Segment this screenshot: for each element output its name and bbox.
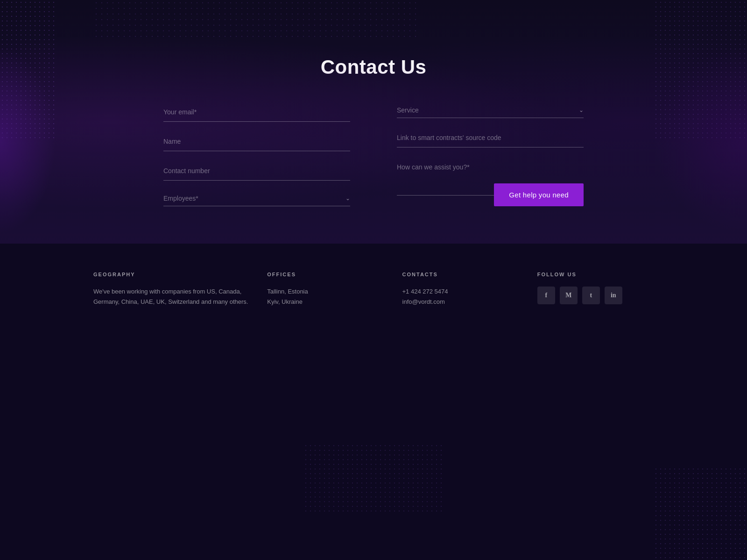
footer-geography: GEOGRAPHY We've been working with compan… [93, 272, 248, 307]
form-left-column: Employees* ⌄ [163, 106, 350, 206]
contact-email: info@vordt.com [402, 297, 519, 307]
dots-footer-br [654, 467, 747, 560]
social-icons-row: f M t in [537, 287, 654, 304]
phone-input[interactable] [163, 165, 350, 176]
email-input[interactable] [163, 106, 350, 118]
name-field[interactable] [163, 136, 350, 151]
form-right-column: Service ⌄ Get help you need [397, 106, 584, 206]
footer-contacts: CONTACTS +1 424 272 5474 info@vordt.com [402, 272, 519, 307]
service-label: Service [397, 106, 419, 114]
dots-footer-center [303, 443, 444, 513]
contact-form: Employees* ⌄ Service ⌄ Get help you need [163, 106, 584, 206]
employees-label: Employees* [163, 195, 198, 202]
dots-top-right [654, 0, 747, 140]
office-line2: Kyiv, Ukraine [267, 297, 383, 307]
facebook-icon[interactable]: f [537, 287, 555, 304]
chevron-down-icon: ⌄ [345, 195, 350, 202]
phone-field[interactable] [163, 165, 350, 181]
employees-dropdown[interactable]: Employees* ⌄ [163, 195, 350, 206]
linkedin-icon[interactable]: in [605, 287, 622, 304]
contacts-title: CONTACTS [402, 272, 519, 277]
email-field[interactable] [163, 106, 350, 122]
geography-text: We've been working with companies from U… [93, 287, 248, 307]
follow-title: FOLLOW US [537, 272, 654, 277]
footer-grid: GEOGRAPHY We've been working with compan… [93, 272, 654, 307]
service-dropdown[interactable]: Service ⌄ [397, 106, 584, 118]
chevron-down-icon-service: ⌄ [579, 107, 584, 113]
submit-button[interactable]: Get help you need [494, 183, 584, 206]
name-input[interactable] [163, 136, 350, 147]
source-code-field[interactable] [397, 132, 584, 147]
office-line1: Tallinn, Estonia [267, 287, 383, 297]
dots-top-center [93, 0, 420, 37]
page-wrapper: Contact Us Employees* ⌄ [0, 0, 747, 560]
twitter-icon[interactable]: t [582, 287, 600, 304]
contact-section: Contact Us Employees* ⌄ [0, 0, 747, 244]
geography-title: GEOGRAPHY [93, 272, 248, 277]
source-code-input[interactable] [397, 132, 584, 143]
footer-offices: OFFICES Tallinn, Estonia Kyiv, Ukraine [267, 272, 383, 307]
contact-phone: +1 424 272 5474 [402, 287, 519, 297]
contact-title: Contact Us [93, 56, 654, 78]
medium-icon[interactable]: M [560, 287, 578, 304]
offices-title: OFFICES [267, 272, 383, 277]
footer-section: GEOGRAPHY We've been working with compan… [0, 244, 747, 560]
offices-text: Tallinn, Estonia Kyiv, Ukraine [267, 287, 383, 307]
dots-top-left [0, 0, 56, 140]
footer-follow: FOLLOW US f M t in [537, 272, 654, 307]
contacts-text: +1 424 272 5474 info@vordt.com [402, 287, 519, 307]
